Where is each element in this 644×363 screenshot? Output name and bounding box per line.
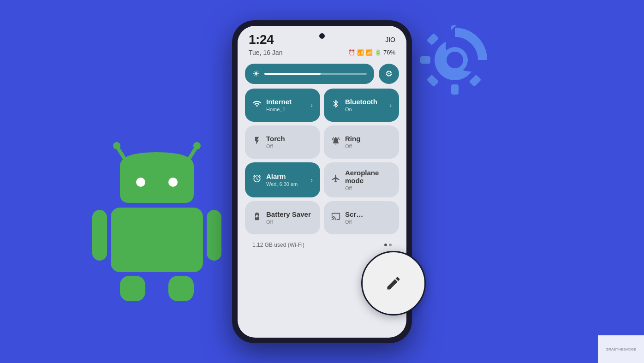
settings-gear-button[interactable]: ⚙ (379, 64, 399, 84)
page-dots (384, 244, 392, 246)
tile-alarm[interactable]: Alarm Wed, 6:30 am › (245, 162, 320, 197)
tile-alarm-sublabel: Wed, 6:30 am (266, 181, 298, 187)
tile-internet-sublabel: Home_1 (266, 107, 292, 112)
svg-rect-14 (420, 56, 430, 64)
torch-icon (252, 136, 262, 148)
tile-ring-sublabel: Off (345, 143, 360, 149)
android-robot (83, 129, 231, 304)
tile-battery-left: Battery Saver Off (252, 210, 311, 225)
tile-bluetooth-left: Bluetooth On (331, 98, 377, 112)
edit-button[interactable] (361, 251, 426, 315)
dot-1 (384, 244, 387, 246)
status-carrier: JIO (385, 36, 395, 43)
pencil-icon (385, 275, 402, 292)
tile-aeroplane-left: Aeroplane mode Off (331, 169, 392, 191)
brightness-slider[interactable]: ☀ (245, 64, 374, 84)
brightness-row: ☀ ⚙ (245, 64, 399, 84)
tile-internet-header: Internet Home_1 › (252, 98, 313, 112)
cast-icon (331, 212, 340, 223)
alarm-icon (252, 174, 262, 185)
tile-torch[interactable]: Torch Off (245, 125, 320, 159)
alarm-chevron-icon: › (310, 176, 313, 184)
bluetooth-icon (331, 99, 340, 111)
tile-internet[interactable]: Internet Home_1 › (245, 89, 320, 122)
watermark-text: GRABTHEBADGE (606, 347, 637, 351)
data-usage-text: 1.12 GB used (Wi-Fi) (252, 242, 304, 248)
svg-rect-9 (120, 276, 145, 301)
tile-torch-sublabel: Off (266, 143, 285, 149)
tile-aeroplane[interactable]: Aeroplane mode Off (324, 162, 399, 197)
svg-rect-10 (168, 276, 194, 301)
tile-battery-label: Battery Saver (266, 210, 311, 218)
svg-rect-13 (451, 84, 459, 95)
wifi-status-icon: 📶 (357, 49, 364, 56)
tile-ring-label: Ring (345, 135, 360, 143)
signal-status-icon: 📶 (366, 49, 373, 56)
status-date-row: Tue, 16 Jan ⏰ 📶 📶 🔋 76% (238, 49, 406, 60)
tile-aeroplane-sublabel: Off (345, 185, 392, 191)
gear-icon-background (413, 18, 496, 101)
battery-percent: 76% (383, 49, 395, 56)
quick-tiles-grid: Internet Home_1 › (245, 89, 399, 238)
tile-ring-header: Ring Off (331, 135, 392, 149)
svg-point-5 (168, 178, 178, 187)
tile-screen-left: Scr… Off (331, 210, 363, 225)
svg-rect-7 (92, 210, 107, 261)
phone-device: 1:24 JIO Tue, 16 Jan ⏰ 📶 📶 🔋 76% ☀ (232, 20, 412, 343)
tile-internet-label: Internet (266, 98, 292, 106)
tile-torch-header: Torch Off (252, 135, 313, 149)
watermark: GRABTHEBADGE (598, 335, 644, 363)
status-icons: ⏰ 📶 📶 🔋 76% (348, 49, 395, 56)
aeroplane-icon (331, 174, 340, 185)
brightness-track (264, 73, 367, 75)
dot-2 (389, 244, 392, 246)
svg-rect-6 (111, 208, 203, 272)
svg-point-1 (113, 142, 120, 149)
internet-chevron-icon: › (310, 101, 313, 109)
svg-rect-19 (469, 75, 482, 87)
tile-aeroplane-header: Aeroplane mode Off (331, 169, 392, 191)
status-time: 1:24 (249, 32, 274, 47)
svg-rect-16 (427, 33, 439, 46)
camera-notch (319, 33, 325, 39)
tile-bluetooth[interactable]: Bluetooth On › (324, 89, 399, 122)
tile-alarm-label: Alarm (266, 173, 298, 180)
tile-screen-cast[interactable]: Scr… Off (324, 201, 399, 234)
tile-internet-left: Internet Home_1 (252, 98, 292, 112)
tile-bluetooth-sublabel: On (345, 107, 377, 112)
tile-screen-label: Scr… (345, 210, 363, 218)
tile-torch-label: Torch (266, 135, 285, 143)
tile-alarm-left: Alarm Wed, 6:30 am (252, 173, 298, 187)
tile-aeroplane-label: Aeroplane mode (345, 169, 392, 184)
tile-bluetooth-header: Bluetooth On › (331, 98, 392, 112)
tile-alarm-header: Alarm Wed, 6:30 am › (252, 173, 313, 187)
gear-icon: ⚙ (385, 69, 393, 79)
svg-point-4 (136, 178, 145, 187)
alarm-status-icon: ⏰ (348, 49, 355, 56)
tile-battery-header: Battery Saver Off (252, 210, 313, 225)
svg-point-3 (193, 142, 201, 149)
tile-ring[interactable]: Ring Off (324, 125, 399, 159)
tile-torch-left: Torch Off (252, 135, 285, 149)
quick-settings-panel: ☀ ⚙ (238, 60, 406, 254)
brightness-icon: ☀ (252, 69, 260, 79)
bottom-info: 1.12 GB used (Wi-Fi) (245, 238, 399, 248)
ring-icon (331, 136, 340, 148)
brightness-fill (264, 73, 321, 75)
bluetooth-chevron-icon: › (389, 101, 392, 109)
phone-frame: 1:24 JIO Tue, 16 Jan ⏰ 📶 📶 🔋 76% ☀ (232, 20, 412, 343)
tile-ring-left: Ring Off (331, 135, 360, 149)
svg-rect-8 (207, 210, 221, 261)
status-date: Tue, 16 Jan (249, 49, 282, 56)
tile-battery-saver[interactable]: Battery Saver Off (245, 201, 320, 234)
tile-screen-sublabel: Off (345, 219, 363, 225)
battery-saver-icon (252, 212, 262, 223)
svg-point-22 (447, 52, 463, 68)
tile-battery-sublabel: Off (266, 219, 311, 225)
tile-bluetooth-label: Bluetooth (345, 98, 377, 106)
wifi-icon (252, 99, 262, 111)
svg-rect-18 (427, 75, 439, 87)
battery-status-icon: 🔋 (375, 49, 382, 56)
tile-screen-header: Scr… Off (331, 210, 392, 225)
